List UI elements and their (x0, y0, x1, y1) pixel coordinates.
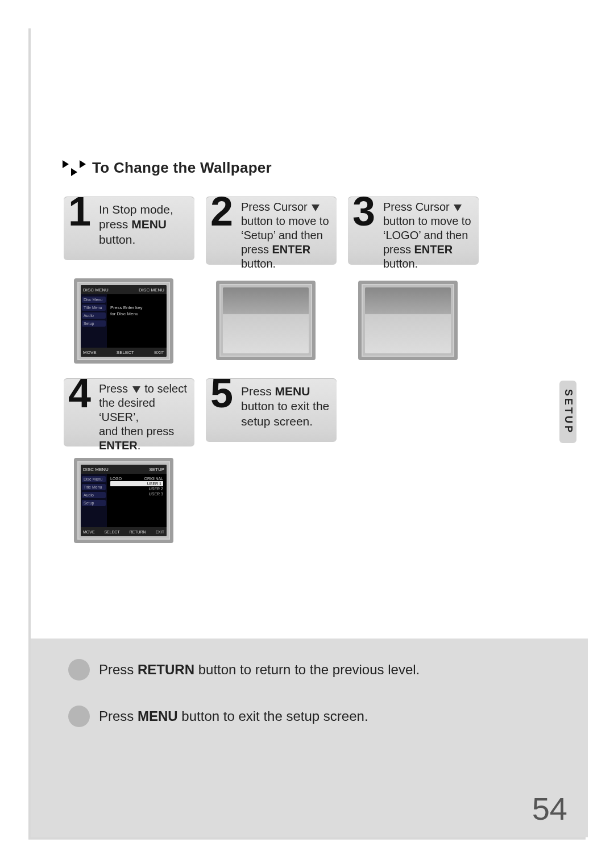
return-label: RETURN (138, 662, 194, 677)
step-number: 5 (210, 373, 233, 414)
step-line: button to move to (383, 215, 471, 227)
footer-panel: Press RETURN button to return to the pre… (31, 639, 588, 837)
osd-bottom-bar: MOVE SELECT EXIT (81, 348, 167, 357)
section-title: To Change the Wallpaper (92, 159, 272, 177)
step-number: 4 (68, 373, 91, 414)
osd-bottom-bar: MOVE SELECT RETURN EXIT (81, 527, 167, 536)
step-line: button. (241, 257, 276, 270)
osd-top-bar: DISC MENU DISC MENU (81, 285, 167, 294)
osd-option: ORIGINAL (144, 477, 163, 481)
step-number: 1 (68, 191, 91, 232)
note-line-return: Press RETURN button to return to the pre… (68, 659, 559, 681)
osd-hint: EXIT (155, 530, 164, 534)
screenshot-step4: DISC MENU SETUP Disc Menu Title Menu Aud… (74, 458, 173, 543)
step-line: Press (99, 382, 131, 395)
note-fragment: Press (99, 708, 138, 724)
page-number: 54 (532, 790, 567, 827)
step-line: press (383, 243, 414, 256)
step-line: button to move to (241, 215, 329, 227)
osd-menu-item: Title Menu (82, 304, 106, 311)
step-line: button. (383, 257, 418, 270)
step-text: Press Cursor button to move to ‘LOGO’ an… (383, 200, 475, 271)
note-fragment: button to exit the setup screen. (178, 708, 368, 724)
menu-label: MENU (131, 218, 167, 231)
note-text: Press MENU button to exit the setup scre… (99, 708, 368, 724)
osd-side-menu: Disc Menu Title Menu Audio Setup (81, 474, 107, 527)
step-line: button to exit the (241, 399, 329, 412)
step-line: press (241, 243, 272, 256)
screenshot-inner: DISC MENU SETUP Disc Menu Title Menu Aud… (81, 465, 167, 536)
osd-hint: EXIT (154, 350, 164, 355)
cursor-down-icon (312, 205, 320, 211)
cursor-down-icon (132, 386, 140, 393)
step-line: button. (99, 233, 135, 246)
step-line: ‘LOGO’ and then (383, 229, 468, 241)
step-number: 3 (352, 191, 375, 232)
osd-hint: MOVE (83, 530, 95, 534)
enter-label: ENTER (272, 243, 310, 256)
screenshot-step1: DISC MENU DISC MENU Disc Menu Title Menu… (74, 278, 173, 364)
screenshot-scene (365, 287, 451, 353)
osd-menu-item: Setup (82, 500, 106, 506)
step-line: setup screen. (241, 415, 313, 428)
step-text: Press MENU button to exit the setup scre… (241, 384, 333, 429)
osd-options: LOGOORIGINAL USER 1 USER 2 USER 3 (110, 476, 163, 496)
osd-col-label: LOGO (110, 477, 122, 481)
step-line: ‘Setup’ and then (241, 229, 323, 241)
enter-label: ENTER (99, 439, 138, 452)
step-text: In Stop mode, press MENU button. (99, 202, 191, 247)
step-line: . (138, 439, 141, 452)
side-tab-label: SETUP (562, 389, 574, 435)
menu-label: MENU (138, 708, 178, 724)
osd-label: DISC MENU (139, 287, 164, 293)
step-line: Press Cursor (241, 201, 308, 213)
osd-menu-item: Disc Menu (82, 476, 106, 482)
osd-menu-item: Setup (82, 320, 106, 327)
step-1-box: 1 In Stop mode, press MENU button. (64, 197, 194, 260)
step-line: Press Cursor (383, 201, 450, 213)
osd-menu-item: Audio (82, 492, 106, 498)
bullet-dot-icon (68, 706, 90, 727)
osd-top-bar: DISC MENU SETUP (81, 465, 167, 474)
section-header: To Change the Wallpaper (61, 159, 272, 177)
note-line-menu: Press MENU button to exit the setup scre… (68, 706, 559, 727)
note-fragment: Press (99, 662, 138, 677)
osd-message: Press Enter key for Disc Menu (110, 304, 142, 317)
osd-text: Press Enter key (110, 305, 142, 310)
osd-option-selected: USER 1 (147, 482, 161, 486)
step-line: In Stop mode, (99, 203, 173, 216)
osd-menu-item: Disc Menu (82, 297, 106, 303)
osd-hint: RETURN (129, 530, 146, 534)
note-text: Press RETURN button to return to the pre… (99, 662, 420, 678)
enter-label: ENTER (414, 243, 453, 256)
screenshot-step3 (358, 281, 458, 360)
step-3-box: 3 Press Cursor button to move to ‘LOGO’ … (348, 197, 479, 265)
side-tab-setup: SETUP (559, 381, 576, 443)
step-line: and then press (99, 425, 174, 437)
bullet-dot-icon (68, 659, 90, 681)
step-number: 2 (210, 191, 233, 232)
step-text: Press to select the desired ‘USER’, and … (99, 382, 191, 453)
manual-page: To Change the Wallpaper 1 In Stop mode, … (28, 28, 586, 840)
step-4-box: 4 Press to select the desired ‘USER’, an… (64, 378, 194, 446)
osd-option: USER 2 (149, 487, 163, 491)
screenshot-inner: DISC MENU DISC MENU Disc Menu Title Menu… (81, 285, 167, 357)
osd-hint: MOVE (83, 350, 97, 355)
screenshot-step2 (216, 281, 316, 360)
step-text: Press Cursor button to move to ‘Setup’ a… (241, 200, 333, 271)
osd-menu-item: Title Menu (82, 484, 106, 490)
step-line: the desired ‘USER’, (99, 397, 155, 423)
osd-label: SETUP (149, 467, 164, 472)
osd-option: USER 3 (149, 492, 163, 496)
note-fragment: button to return to the previous level. (194, 662, 420, 677)
osd-label: DISC MENU (83, 287, 109, 293)
step-5-box: 5 Press MENU button to exit the setup sc… (206, 378, 337, 442)
cursor-down-icon (454, 205, 462, 211)
step-line: press (99, 218, 131, 231)
step-2-box: 2 Press Cursor button to move to ‘Setup’… (206, 197, 337, 265)
osd-menu-item: Audio (82, 312, 106, 319)
screenshot-scene (223, 287, 309, 353)
step-line: Press (241, 385, 275, 398)
content-area: To Change the Wallpaper 1 In Stop mode, … (31, 28, 586, 837)
osd-side-menu: Disc Menu Title Menu Audio Setup (81, 294, 107, 348)
